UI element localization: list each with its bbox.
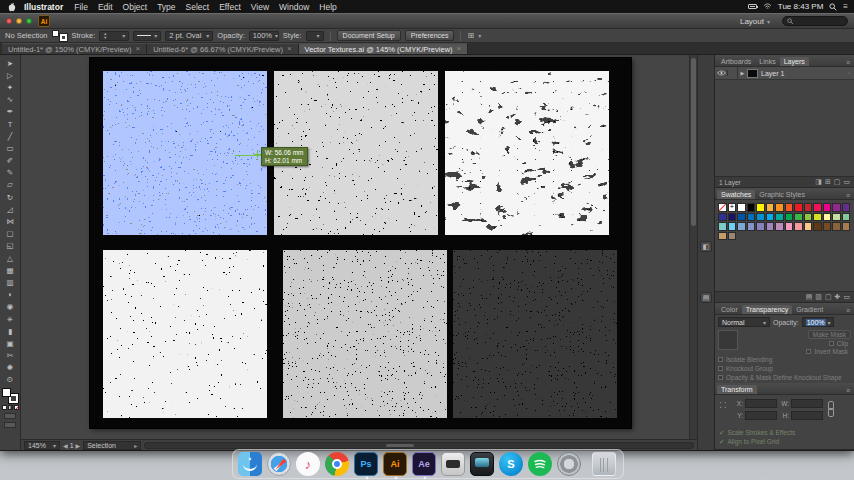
make-clipping-mask-icon[interactable]: ◨	[815, 178, 822, 186]
pen-tool[interactable]: ✒	[2, 106, 19, 118]
color-swatch[interactable]	[804, 213, 813, 222]
color-swatch[interactable]	[756, 222, 765, 231]
skype-dock-icon[interactable]: S	[499, 452, 523, 476]
scale-tool[interactable]: ◿	[2, 203, 19, 215]
texture-tile-1[interactable]	[103, 71, 267, 235]
tab-close-icon[interactable]: ×	[457, 45, 462, 53]
zoom-window-button[interactable]	[26, 18, 32, 24]
fill-color-swatch[interactable]	[2, 388, 11, 397]
color-swatch[interactable]	[823, 213, 832, 222]
color-swatch[interactable]	[775, 222, 784, 231]
color-swatch[interactable]	[718, 203, 727, 212]
texture-tile-3[interactable]	[445, 71, 609, 235]
stroke-swatch[interactable]	[60, 34, 67, 41]
apple-menu[interactable]	[6, 2, 18, 12]
panel-menu-icon[interactable]: ≡	[846, 192, 852, 199]
brush-preview[interactable]: ▾	[133, 31, 161, 41]
illustrator-dock-icon[interactable]: Ai	[383, 452, 407, 476]
menu-window[interactable]: Window	[274, 2, 314, 12]
color-swatch[interactable]	[832, 203, 841, 212]
color-swatch[interactable]	[813, 222, 822, 231]
texture-tile-5[interactable]	[283, 250, 447, 418]
panel-tab-swatches[interactable]: Swatches	[717, 190, 755, 199]
prev-artboard-icon[interactable]: ◀	[63, 442, 68, 449]
tab-close-icon[interactable]: ×	[287, 45, 292, 53]
color-swatch[interactable]	[785, 222, 794, 231]
color-button[interactable]	[2, 405, 7, 410]
color-swatch[interactable]	[766, 213, 775, 222]
slice-tool[interactable]: ✄	[2, 350, 19, 362]
new-swatch-icon[interactable]: ✚	[835, 293, 841, 301]
magic-wand-tool[interactable]: ✦	[2, 81, 19, 93]
wifi-icon[interactable]	[763, 3, 772, 10]
width-tool[interactable]: ⋈	[2, 215, 19, 227]
panel-tab-gradient[interactable]: Gradient	[792, 305, 827, 314]
menu-object[interactable]: Object	[118, 2, 153, 12]
color-swatch[interactable]	[775, 213, 784, 222]
direct-selection-tool[interactable]: ▷	[2, 69, 19, 81]
new-sublayer-icon[interactable]: ⊞	[825, 178, 831, 186]
color-swatch[interactable]	[728, 213, 737, 222]
transform-x-field[interactable]	[745, 399, 777, 408]
texture-tile-6[interactable]	[453, 250, 617, 418]
gradient-button[interactable]	[8, 405, 13, 410]
paintbrush-tool[interactable]: ✐	[2, 155, 19, 167]
clip-checkbox[interactable]: Clip	[826, 340, 851, 347]
panel-menu-icon[interactable]: ≡	[846, 387, 852, 394]
reference-point-locator[interactable]	[718, 400, 729, 411]
invert-mask-checkbox[interactable]: Invert Mask	[803, 348, 851, 355]
panel-tab-artboards[interactable]: Artboards	[717, 57, 755, 66]
spotlight-icon[interactable]	[829, 3, 837, 11]
panel-menu-icon[interactable]: ≡	[846, 307, 852, 314]
panel-tab-color[interactable]: Color	[717, 305, 742, 314]
constrain-proportions-icon[interactable]	[827, 401, 833, 417]
color-swatch[interactable]	[737, 222, 746, 231]
panel-tab-transform[interactable]: Transform	[717, 385, 757, 394]
color-swatch[interactable]	[842, 203, 851, 212]
column-graph-tool[interactable]: ▮	[2, 325, 19, 337]
panel-tab-graphic-styles[interactable]: Graphic Styles	[755, 190, 809, 199]
layer-target-icon[interactable]: ◦	[848, 70, 850, 76]
style-select[interactable]: ▾	[306, 31, 324, 41]
color-swatch[interactable]	[804, 203, 813, 212]
menu-select[interactable]: Select	[181, 2, 215, 12]
color-swatch[interactable]	[718, 222, 727, 231]
lock-cell[interactable]	[728, 67, 738, 79]
color-swatch[interactable]	[832, 213, 841, 222]
minimize-window-button[interactable]	[16, 18, 22, 24]
color-swatch[interactable]	[756, 213, 765, 222]
color-swatch[interactable]	[718, 213, 727, 222]
color-swatch[interactable]	[766, 222, 775, 231]
spotify-dock-icon[interactable]	[528, 452, 552, 476]
color-swatch[interactable]	[794, 203, 803, 212]
collapsed-panel-icon[interactable]: ◧	[700, 241, 712, 252]
color-swatch[interactable]	[823, 222, 832, 231]
toolbar-fill-stroke[interactable]	[2, 388, 18, 403]
screen-mode-button[interactable]	[4, 422, 16, 428]
preferences-button[interactable]: Preferences	[405, 30, 455, 41]
delete-layer-icon[interactable]: ▭	[843, 178, 850, 186]
color-swatch[interactable]	[794, 222, 803, 231]
safari-dock-icon[interactable]	[267, 452, 291, 476]
disclosure-triangle-icon[interactable]: ▶	[738, 70, 747, 76]
make-mask-button[interactable]: Make Mask	[808, 330, 851, 339]
transform-w-field[interactable]	[791, 399, 823, 408]
menu-type[interactable]: Type	[152, 2, 180, 12]
transform-y-field[interactable]	[745, 411, 777, 420]
menu-effect[interactable]: Effect	[214, 2, 246, 12]
close-window-button[interactable]	[6, 18, 12, 24]
status-display[interactable]: Selection ▸	[83, 441, 141, 450]
blend-mode-select[interactable]: Normal ▾	[718, 317, 770, 327]
display-app-dock-icon[interactable]	[470, 452, 494, 476]
option-scale-strokes-effects[interactable]: ✓Scale Strokes & Effects	[719, 428, 850, 437]
quicktime-dock-icon[interactable]	[557, 452, 581, 476]
menu-edit[interactable]: Edit	[93, 2, 118, 12]
panel-tab-transparency[interactable]: Transparency	[742, 305, 793, 314]
brush-definition-select[interactable]: 2 pt. Oval ▾	[165, 31, 213, 41]
chrome-dock-icon[interactable]	[325, 452, 349, 476]
menu-help[interactable]: Help	[314, 2, 341, 12]
color-swatch[interactable]	[842, 213, 851, 222]
color-swatch[interactable]	[842, 222, 851, 231]
collapsed-panel-icon[interactable]: ▤	[700, 292, 712, 303]
battery-icon[interactable]	[748, 4, 757, 9]
